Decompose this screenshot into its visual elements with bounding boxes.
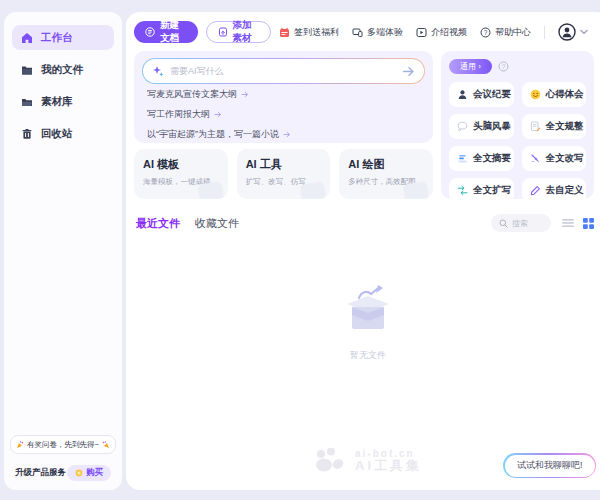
avatar	[558, 23, 576, 41]
tool-reflections[interactable]: 心得体会	[522, 82, 587, 107]
tool-meeting-minutes[interactable]: 会议纪要	[449, 82, 514, 107]
sparkle-icon	[152, 65, 164, 77]
home-icon	[21, 32, 33, 44]
video-play-icon	[416, 27, 427, 38]
survey-banner[interactable]: 有奖问卷，先到先得~	[10, 435, 116, 454]
tool-label: 头脑风暴	[473, 120, 511, 133]
prompt-suggestion[interactable]: 以“宇宙起源”为主题，写一篇小说	[142, 124, 425, 144]
folder-open-icon	[21, 96, 33, 108]
ai-input-box	[143, 59, 424, 83]
sidebar-item-material-library[interactable]: 素材库	[12, 89, 114, 114]
tool-label: 全文规整	[546, 120, 584, 133]
buy-button[interactable]: 购买	[67, 465, 111, 481]
tool-full-text-summary[interactable]: 全文摘要	[449, 146, 514, 171]
devices-icon	[352, 27, 363, 38]
content-row: 写麦克风宣传文案大纲 写工作周报大纲 以“宇宙起源”为主题，写一篇小说	[126, 48, 600, 199]
folder-icon	[21, 64, 33, 76]
card-title: AI 工具	[246, 157, 322, 172]
prompt-suggestion[interactable]: 写工作周报大纲	[142, 104, 425, 124]
tools-header: 通用 › ?	[449, 59, 586, 74]
file-search[interactable]	[491, 214, 551, 232]
empty-box-illustration	[337, 284, 399, 334]
tool-brainstorm[interactable]: 头脑风暴	[449, 114, 514, 139]
tool-full-text-expand[interactable]: 全文扩写	[449, 178, 514, 203]
tab-favorite-files[interactable]: 收藏文件	[195, 216, 239, 231]
grid-view-icon[interactable]	[583, 218, 594, 229]
tool-label: 全文改写	[546, 152, 584, 165]
add-material-button[interactable]: 添加素材	[206, 21, 272, 43]
user-menu[interactable]	[558, 23, 588, 41]
arrow-right-icon	[283, 131, 291, 138]
card-title: AI 绘图	[348, 157, 424, 172]
search-icon	[499, 219, 508, 228]
sidebar: 工作台 我的文件 素材库 回收站 有奖问卷，先到先得~ 升级产品服务	[4, 12, 122, 490]
clipboard-arrow-icon	[218, 27, 228, 37]
paw-logo-icon	[314, 448, 348, 474]
sidebar-item-label: 素材库	[41, 95, 73, 109]
tab-recent-files[interactable]: 最近文件	[136, 216, 180, 231]
sidebar-item-my-files[interactable]: 我的文件	[12, 57, 114, 82]
help-center-link[interactable]: ? 帮助中心	[480, 26, 531, 39]
expand-arrows-icon	[457, 185, 468, 196]
topbar-links: 签到送福利 多端体验 介绍视频 ? 帮助中心	[279, 23, 588, 41]
smiley-icon	[530, 89, 541, 100]
chat-assistant-button[interactable]: 试试和我聊聊吧!	[503, 453, 596, 478]
quick-tools-panel: 通用 › ? 会议纪要 心得体会	[441, 51, 594, 199]
help-icon[interactable]: ?	[498, 61, 509, 72]
buy-button-label: 购买	[86, 467, 103, 479]
sidebar-item-label: 我的文件	[41, 63, 83, 77]
tool-full-text-tidy[interactable]: 全文规整	[522, 114, 587, 139]
upgrade-row: 升级产品服务 购买	[10, 465, 116, 481]
checkin-rewards-link[interactable]: 签到送福利	[279, 26, 339, 39]
document-plus-icon	[145, 27, 155, 37]
person-icon	[457, 89, 468, 100]
ai-input-border	[142, 58, 425, 84]
checkin-rewards-label: 签到送福利	[294, 26, 339, 39]
empty-state: 暂无文件	[126, 284, 600, 362]
ai-prompt-input[interactable]	[170, 66, 396, 76]
party-popper-icon	[102, 441, 110, 449]
trash-icon	[21, 128, 33, 140]
category-badge[interactable]: 通用 ›	[449, 59, 492, 74]
prompt-suggestion[interactable]: 写麦克风宣传文案大纲	[142, 84, 425, 104]
main-panel: 新建文档 添加素材 签到送福利 多端体验	[126, 12, 600, 490]
ai-templates-card[interactable]: AI 模板 海量模板，一键成稿	[134, 149, 228, 199]
intro-video-link[interactable]: 介绍视频	[416, 26, 467, 39]
add-material-label: 添加素材	[233, 19, 260, 45]
coin-icon	[75, 469, 83, 477]
list-view-icon[interactable]	[562, 218, 574, 228]
send-icon[interactable]	[402, 66, 415, 77]
topbar: 新建文档 添加素材 签到送福利 多端体验	[126, 12, 600, 48]
view-toggle	[562, 218, 594, 229]
topbar-divider	[544, 26, 545, 39]
ai-drawing-card[interactable]: AI 绘图 多种尺寸，高效配图	[339, 149, 433, 199]
sidebar-bottom: 有奖问卷，先到先得~ 升级产品服务 购买	[10, 435, 116, 481]
empty-state-text: 暂无文件	[350, 349, 386, 362]
tool-customize[interactable]: 去自定义	[522, 178, 587, 203]
svg-text:?: ?	[502, 63, 506, 70]
summary-bars-icon	[457, 153, 468, 164]
tool-full-text-rewrite[interactable]: 全文改写	[522, 146, 587, 171]
svg-text:?: ?	[484, 28, 488, 35]
chevron-down-icon	[580, 29, 588, 35]
site-watermark: ai-bot.cn AI工具集	[314, 448, 422, 474]
tool-label: 全文扩写	[473, 184, 511, 197]
calendar-gift-icon	[279, 27, 290, 38]
document-pencil-icon	[530, 121, 541, 132]
multi-device-link[interactable]: 多端体验	[352, 26, 403, 39]
suggestion-text: 写工作周报大纲	[147, 108, 210, 121]
card-title: AI 模板	[143, 157, 219, 172]
sidebar-item-workspace[interactable]: 工作台	[12, 25, 114, 50]
files-header: 最近文件 收藏文件	[126, 199, 600, 232]
pen-icon	[530, 185, 541, 196]
file-search-input[interactable]	[512, 219, 543, 228]
new-document-button[interactable]: 新建文档	[134, 21, 198, 43]
thought-bubble-icon	[457, 121, 468, 132]
ai-tools-card[interactable]: AI 工具 扩写、改写、仿写	[237, 149, 331, 199]
multi-device-label: 多端体验	[367, 26, 403, 39]
chat-assistant-label: 试试和我聊聊吧!	[505, 455, 595, 477]
sidebar-item-recycle-bin[interactable]: 回收站	[12, 121, 114, 146]
intro-video-label: 介绍视频	[431, 26, 467, 39]
card-decoration	[197, 181, 224, 199]
tool-label: 全文摘要	[473, 152, 511, 165]
